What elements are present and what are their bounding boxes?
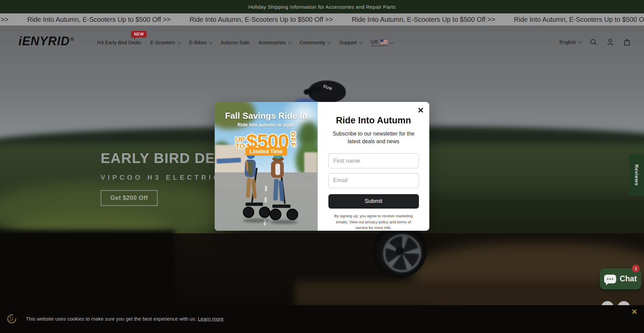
rider-helmet: SUR [304,79,351,103]
nav-label: Community [300,40,325,45]
submit-button[interactable]: Submit [328,194,419,209]
email-field[interactable] [328,173,419,188]
chevron-down-icon [209,40,213,44]
hero-cta-button[interactable]: Get $200 Off [101,190,158,206]
cart-icon[interactable] [623,38,631,46]
wheel-hub [396,247,404,255]
promo-subtitle: Ride into autumn in style! [215,122,318,127]
rider-shadow [243,219,270,223]
nav-label: Accessories [259,40,286,45]
scooter-wheel [243,207,254,218]
account-icon[interactable] [606,38,614,46]
main-nav: H3 Early Bird Deals NEW E-Scooters E-Bik… [97,39,392,46]
nav-label: E-Bikes [189,40,207,45]
reviews-tab-label: Reviews [634,164,640,186]
chevron-down-icon [390,40,393,44]
search-icon[interactable] [589,38,598,46]
form-disclaimer: By signing up, you agree to receive mark… [331,213,416,231]
rider-vest [248,162,253,175]
reviews-tab[interactable]: Reviews [629,154,644,196]
cookie-close-icon[interactable]: ✕ [631,308,637,316]
logo[interactable]: iENYRID® [18,34,74,48]
language-label: English [559,39,576,45]
chat-label: Chat [620,274,637,283]
nav-label: E-Scooters [150,40,175,45]
promo-off: OFF [289,131,297,153]
hero-foreground-shadow [0,230,174,305]
cookie-message-text: This website uses cookies to make sure y… [26,316,197,322]
scooter-deck [246,203,263,206]
promo-up: UP [235,136,245,143]
form-subtitle: Subscribe to our newsletter for the late… [329,130,419,145]
promo-up-to: UP TO [235,136,245,150]
region-selector: US [371,39,387,46]
us-flag-icon [380,40,387,44]
header-actions: English [559,38,631,46]
announcement-text: Holiday Shipping Information for Accesso… [249,4,396,10]
scooter-wheel [373,224,427,278]
promo-title: Fall Savings Ride In [215,111,318,121]
promo-to: TO [235,143,245,150]
marquee-bar: >> Ride Into Autumn, E-Scooters Up to $5… [0,13,644,25]
scooter-wheel [286,209,298,220]
nav-item-accessories[interactable]: Accessories [259,40,291,45]
language-selector[interactable]: English [559,39,581,45]
nav-label: US [371,39,378,45]
nav-item-support[interactable]: Support [339,40,362,45]
cookie-message: This website uses cookies to make sure y… [26,316,223,322]
cookie-icon [6,313,17,326]
chevron-down-icon [578,40,582,43]
cookie-banner: This website uses cookies to make sure y… [0,305,644,333]
hero-dirt-strip [295,281,644,305]
chevron-down-icon [177,40,181,44]
scooter-deck [272,205,290,208]
nav-item-e-bikes[interactable]: E-Bikes [189,40,212,45]
nav-item-e-scooters[interactable]: E-Scooters [150,40,180,45]
rider-shadow [270,220,298,224]
nav-item-h3-early-bird-deals[interactable]: H3 Early Bird Deals NEW [97,40,141,45]
nav-label: H3 Early Bird Deals [97,40,141,45]
scooter-wheel [259,207,270,218]
rider-shirt [275,164,280,175]
chevron-down-icon [327,40,331,44]
limited-time-badge: Limited Time [245,148,287,156]
form-title: Ride Into Autumn [336,115,411,126]
chevron-down-icon [359,40,363,44]
site-header: iENYRID® H3 Early Bird Deals NEW E-Scoot… [0,25,644,57]
chevron-down-icon [288,40,291,44]
chat-bubble-icon [604,275,616,283]
nav-item-community[interactable]: Community [300,40,330,45]
cookie-learn-more-link[interactable]: Learn more [198,316,224,322]
nav-label: Autumn Sale [221,40,250,45]
page: Holiday Shipping Information for Accesso… [0,0,644,333]
marquee-item: Ride Into Autumn, E-Scooters Up to $500 … [27,16,171,23]
new-badge: NEW [131,31,147,38]
close-icon[interactable]: ✕ [418,107,424,114]
newsletter-modal: Fall Savings Ride In Ride into autumn in… [215,102,429,231]
newsletter-form: ✕ Ride Into Autumn Subscribe to our news… [318,102,429,231]
announcement-bar: Holiday Shipping Information for Accesso… [0,0,644,13]
first-name-field[interactable] [328,153,419,168]
marquee-item: Ride Into Autumn, E-Scooters Up to $500 … [352,16,495,23]
nav-label: Support [339,40,357,45]
marquee-item: Ride Into Autumn, E-Scooters Up to $500 … [190,16,333,23]
marquee-item: Ride Into Autumn, E-Scooters Up to $500 … [514,16,644,23]
nav-item-region-us[interactable]: US [371,39,392,46]
promo-image: Fall Savings Ride In Ride into autumn in… [215,102,318,231]
chat-unread-badge: 1 [632,265,640,272]
logo-registered-mark: ® [70,37,74,42]
marquee-item: >> [1,16,8,23]
logo-text: iENYRID [18,34,70,48]
nav-item-autumn-sale[interactable]: Autumn Sale [221,40,250,45]
scooter-wheel [270,209,281,220]
